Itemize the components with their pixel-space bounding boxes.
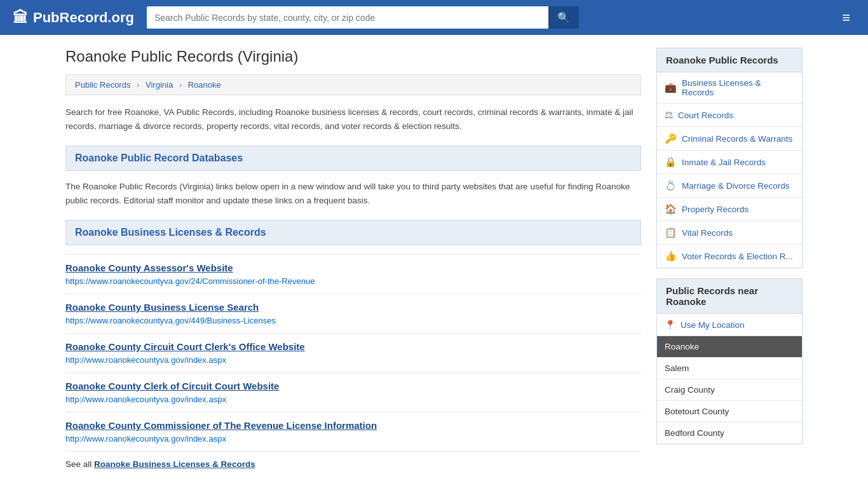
site-header: 🏛 PubRecord.org 🔍 ≡	[0, 0, 868, 35]
record-title[interactable]: Roanoke County Circuit Court Clerk's Off…	[65, 341, 641, 352]
sidebar-item-property-records[interactable]: 🏠 Property Records	[657, 198, 802, 221]
record-entry: Roanoke County Assessor's Website https:…	[65, 254, 641, 294]
sidebar-item-vital-records[interactable]: 📋 Vital Records	[657, 221, 802, 245]
record-title[interactable]: Roanoke County Business License Search	[65, 302, 641, 313]
see-all-link[interactable]: Roanoke Business Licenses & Records	[94, 459, 255, 469]
nearby-item-use-my-location[interactable]: 📍Use My Location	[657, 314, 802, 336]
breadcrumb: Public Records › Virginia › Roanoke	[65, 74, 641, 95]
sidebar-item-voter-records---election-r---[interactable]: 👍 Voter Records & Election R...	[657, 245, 802, 268]
record-url[interactable]: http://www.roanokecountyva.gov/index.asp…	[65, 434, 226, 444]
nearby-item-label: Roanoke	[665, 342, 699, 351]
sidebar-item-label: Vital Records	[682, 228, 733, 238]
sidebar-item-label: Marriage & Divorce Records	[682, 181, 790, 191]
sidebar-icon: 💍	[665, 180, 677, 191]
sidebar-icon: 🔒	[665, 156, 677, 168]
sidebar-item-label: Criminal Records & Warrants	[682, 134, 792, 144]
see-all: See all Roanoke Business Licenses & Reco…	[65, 459, 641, 469]
breadcrumb-roanoke[interactable]: Roanoke	[188, 80, 221, 90]
hamburger-icon: ≡	[842, 10, 850, 25]
menu-button[interactable]: ≡	[837, 7, 855, 29]
sidebar-icon: 👍	[665, 250, 677, 262]
nearby-item-label: Bedford County	[665, 428, 724, 438]
use-my-location-link[interactable]: Use My Location	[681, 320, 745, 330]
nearby-item-salem[interactable]: Salem	[657, 358, 802, 379]
sidebar-item-business-licenses---records[interactable]: 💼 Business Licenses & Records	[657, 72, 802, 104]
sidebar-records-title: Roanoke Public Records	[656, 48, 803, 72]
sidebar-icon: 📋	[665, 227, 677, 238]
nearby-item-craig-county[interactable]: Craig County	[657, 379, 802, 401]
nearby-item-label: Botetourt County	[665, 407, 729, 416]
record-entry: Roanoke County Business License Search h…	[65, 294, 641, 334]
databases-section-body: The Roanoke Public Records (Virginia) li…	[65, 180, 641, 207]
content-area: Roanoke Public Records (Virginia) Public…	[65, 48, 641, 469]
logo-text: PubRecord.org	[33, 10, 134, 26]
sidebar-icon: 🏠	[665, 203, 677, 215]
record-title[interactable]: Roanoke County Assessor's Website	[65, 262, 641, 273]
nearby-item-label: Salem	[665, 363, 689, 373]
sidebar-item-criminal-records---warrants[interactable]: 🔑 Criminal Records & Warrants	[657, 127, 802, 151]
page-title: Roanoke Public Records (Virginia)	[65, 48, 641, 65]
records-list: Roanoke County Assessor's Website https:…	[65, 254, 641, 452]
record-url[interactable]: http://www.roanokecountyva.gov/index.asp…	[65, 395, 226, 404]
sidebar-records-menu: 💼 Business Licenses & Records ⚖ Court Re…	[656, 72, 803, 268]
databases-section-header: Roanoke Public Record Databases	[65, 146, 641, 171]
record-entry: Roanoke County Circuit Court Clerk's Off…	[65, 334, 641, 373]
logo[interactable]: 🏛 PubRecord.org	[13, 9, 134, 27]
sidebar-item-label: Voter Records & Election R...	[682, 252, 793, 261]
sidebar-item-label: Inmate & Jail Records	[682, 158, 766, 167]
intro-text: Search for free Roanoke, VA Public Recor…	[65, 105, 641, 133]
nearby-item-label: Craig County	[665, 385, 715, 395]
breadcrumb-sep1: ›	[137, 80, 139, 90]
sidebar-icon: 💼	[665, 82, 677, 93]
record-url[interactable]: https://www.roanokecountyva.gov/24/Commi…	[65, 276, 315, 286]
main-container: Roanoke Public Records (Virginia) Public…	[53, 35, 815, 482]
nearby-item-botetourt-county[interactable]: Botetourt County	[657, 401, 802, 423]
sidebar-item-label: Business Licenses & Records	[682, 78, 794, 97]
record-url[interactable]: https://www.roanokecountyva.gov/449/Busi…	[65, 316, 276, 325]
breadcrumb-sep2: ›	[179, 80, 182, 90]
search-bar: 🔍	[147, 6, 579, 29]
nearby-item-roanoke[interactable]: Roanoke	[657, 336, 802, 358]
sidebar-icon: ⚖	[665, 109, 673, 121]
record-title[interactable]: Roanoke County Clerk of Circuit Court We…	[65, 381, 641, 391]
search-input[interactable]	[147, 6, 548, 29]
sidebar-item-label: Court Records	[678, 111, 733, 120]
sidebar: Roanoke Public Records 💼 Business Licens…	[656, 48, 803, 469]
record-url[interactable]: http://www.roanokecountyva.gov/index.asp…	[65, 355, 226, 365]
sidebar-item-marriage---divorce-records[interactable]: 💍 Marriage & Divorce Records	[657, 174, 802, 198]
record-entry: Roanoke County Commissioner of The Reven…	[65, 412, 641, 452]
business-section-header: Roanoke Business Licenses & Records	[65, 220, 641, 245]
location-icon: 📍	[665, 320, 675, 330]
sidebar-item-label: Property Records	[682, 205, 749, 214]
sidebar-item-court-records[interactable]: ⚖ Court Records	[657, 104, 802, 127]
record-entry: Roanoke County Clerk of Circuit Court We…	[65, 373, 641, 412]
sidebar-icon: 🔑	[665, 133, 677, 144]
sidebar-nearby-title: Public Records near Roanoke	[656, 278, 803, 314]
record-title[interactable]: Roanoke County Commissioner of The Reven…	[65, 420, 641, 431]
search-button[interactable]: 🔍	[548, 6, 579, 29]
logo-icon: 🏛	[13, 9, 28, 27]
sidebar-item-inmate---jail-records[interactable]: 🔒 Inmate & Jail Records	[657, 151, 802, 174]
nearby-item-bedford-county[interactable]: Bedford County	[657, 423, 802, 444]
sidebar-nearby-menu: 📍Use My LocationRoanokeSalemCraig County…	[656, 314, 803, 444]
breadcrumb-virginia[interactable]: Virginia	[146, 80, 173, 90]
breadcrumb-public-records[interactable]: Public Records	[75, 80, 130, 90]
search-icon: 🔍	[557, 12, 570, 23]
